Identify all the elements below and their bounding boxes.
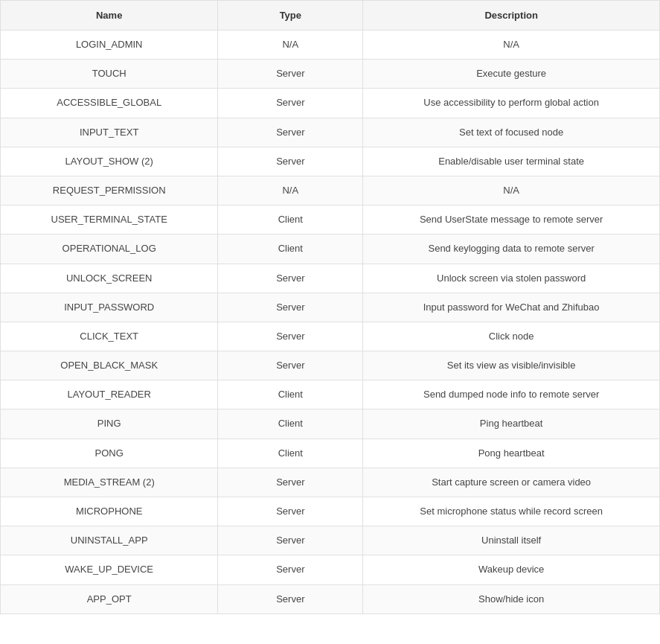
cell-type: Client [218,235,363,264]
cell-type: Server [218,526,363,555]
cell-name: TOUCH [1,60,218,89]
cell-name: UNLOCK_SCREEN [1,264,218,293]
cell-type: Server [218,468,363,497]
commands-table: Name Type Description LOGIN_ADMINN/AN/AT… [0,0,660,614]
cell-description: Execute gesture [363,60,660,89]
cell-type: Server [218,351,363,380]
table-row: WAKE_UP_DEVICEServerWakeup device [1,555,660,584]
cell-type: Server [218,293,363,322]
table-row: USER_TERMINAL_STATEClientSend UserState … [1,205,660,235]
table-row: APP_OPTServerShow/hide icon [1,584,660,613]
cell-name: MEDIA_STREAM (2) [1,468,218,497]
cell-name: LOGIN_ADMIN [1,31,218,60]
cell-name: PING [1,409,218,439]
cell-name: OPEN_BLACK_MASK [1,351,218,380]
cell-description: Pong heartbeat [363,439,660,468]
cell-name: REQUEST_PERMISSION [1,176,218,205]
cell-description: Use accessibility to perform global acti… [363,89,660,118]
cell-type: Client [218,205,363,235]
table-row: REQUEST_PERMISSIONN/AN/A [1,176,660,205]
cell-name: LAYOUT_SHOW (2) [1,147,218,176]
cell-name: LAYOUT_READER [1,380,218,409]
col-header-name: Name [1,1,218,31]
cell-description: Send keylogging data to remote server [363,235,660,264]
table-row: PINGClientPing heartbeat [1,409,660,439]
cell-description: Click node [363,322,660,351]
cell-description: Send UserState message to remote server [363,205,660,235]
cell-description: Enable/disable user terminal state [363,147,660,176]
cell-type: Server [218,497,363,526]
table-row: TOUCHServerExecute gesture [1,60,660,89]
table-header: Name Type Description [1,1,660,31]
cell-type: N/A [218,176,363,205]
cell-type: Server [218,264,363,293]
table-row: INPUT_PASSWORDServerInput password for W… [1,293,660,322]
cell-name: OPERATIONAL_LOG [1,235,218,264]
cell-type: Client [218,380,363,409]
cell-name: USER_TERMINAL_STATE [1,205,218,235]
cell-type: Server [218,322,363,351]
cell-description: Send dumped node info to remote server [363,380,660,409]
cell-name: INPUT_PASSWORD [1,293,218,322]
cell-name: ACCESSIBLE_GLOBAL [1,89,218,118]
cell-type: N/A [218,31,363,60]
col-header-description: Description [363,1,660,31]
table-row: OPERATIONAL_LOGClientSend keylogging dat… [1,235,660,264]
cell-description: Ping heartbeat [363,409,660,439]
table-row: LAYOUT_SHOW (2)ServerEnable/disable user… [1,147,660,176]
table-row: UNLOCK_SCREENServerUnlock screen via sto… [1,264,660,293]
main-container: Name Type Description LOGIN_ADMINN/AN/AT… [0,0,660,644]
cell-type: Server [218,555,363,584]
cell-description: Set its view as visible/invisible [363,351,660,380]
table-row: MEDIA_STREAM (2)ServerStart capture scre… [1,468,660,497]
cell-type: Server [218,147,363,176]
cell-description: Set text of focused node [363,118,660,147]
table-row: MICROPHONEServerSet microphone status wh… [1,497,660,526]
cell-type: Server [218,60,363,89]
table-row: UNINSTALL_APPServerUninstall itself [1,526,660,555]
cell-type: Server [218,89,363,118]
cell-type: Client [218,439,363,468]
cell-description: N/A [363,31,660,60]
cell-description: N/A [363,176,660,205]
table-body: LOGIN_ADMINN/AN/ATOUCHServerExecute gest… [1,31,660,614]
col-header-type: Type [218,1,363,31]
table-row: OPEN_BLACK_MASKServerSet its view as vis… [1,351,660,380]
cell-name: UNINSTALL_APP [1,526,218,555]
table-row: PONGClientPong heartbeat [1,439,660,468]
cell-name: INPUT_TEXT [1,118,218,147]
cell-name: APP_OPT [1,584,218,613]
table-row: ACCESSIBLE_GLOBALServerUse accessibility… [1,89,660,118]
table-row: LAYOUT_READERClientSend dumped node info… [1,380,660,409]
header-row: Name Type Description [1,1,660,31]
cell-type: Server [218,118,363,147]
cell-name: CLICK_TEXT [1,322,218,351]
cell-description: Wakeup device [363,555,660,584]
cell-description: Start capture screen or camera video [363,468,660,497]
cell-name: WAKE_UP_DEVICE [1,555,218,584]
cell-description: Unlock screen via stolen password [363,264,660,293]
cell-description: Show/hide icon [363,584,660,613]
table-row: CLICK_TEXTServerClick node [1,322,660,351]
cell-type: Client [218,409,363,439]
cell-description: Set microphone status while record scree… [363,497,660,526]
cell-description: Input password for WeChat and Zhifubao [363,293,660,322]
table-row: LOGIN_ADMINN/AN/A [1,31,660,60]
table-row: INPUT_TEXTServerSet text of focused node [1,118,660,147]
cell-name: MICROPHONE [1,497,218,526]
cell-name: PONG [1,439,218,468]
cell-type: Server [218,584,363,613]
cell-description: Uninstall itself [363,526,660,555]
